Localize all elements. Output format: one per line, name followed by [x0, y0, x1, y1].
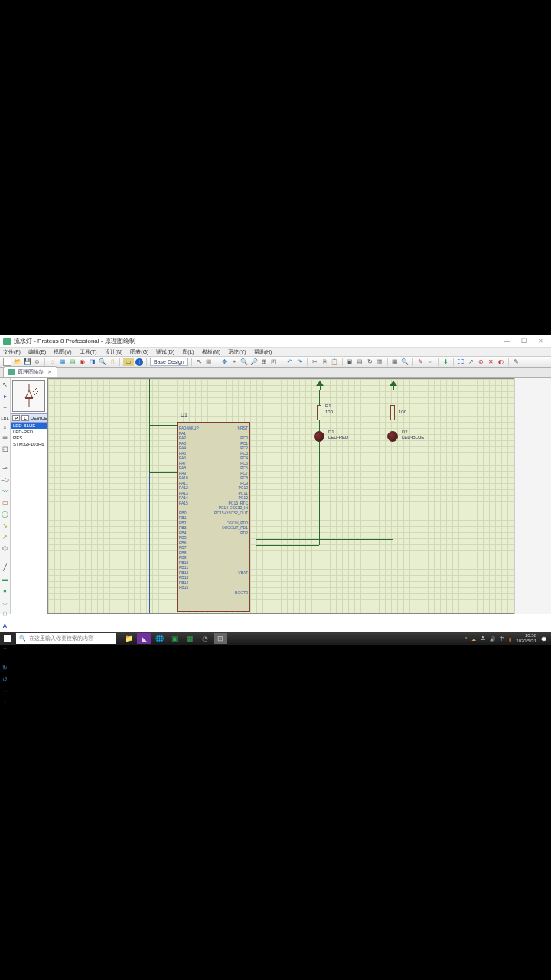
- tray-ime-icon[interactable]: 中: [500, 635, 504, 642]
- instrument-tool[interactable]: ⌬: [2, 545, 9, 552]
- terminal-tool[interactable]: ⊸: [2, 465, 9, 472]
- taskbar-app-explorer[interactable]: 📁: [122, 633, 135, 644]
- taskbar-app-proteus[interactable]: ⊞: [214, 633, 227, 644]
- path-2d-tool[interactable]: ⬯: [2, 610, 9, 618]
- schematic-tab[interactable]: 原理图绘制 ✕: [3, 366, 57, 377]
- line-2d-tool[interactable]: ╱: [2, 564, 9, 571]
- component-u1[interactable]: U1 PA0-WKUPPA1PA2PA3PA4PA5PA6PA7PA8PA9PA…: [177, 422, 250, 612]
- property-button[interactable]: ▫: [426, 358, 435, 366]
- move-up-button[interactable]: ↗: [467, 358, 475, 366]
- probe-v-tool[interactable]: ↘: [2, 522, 9, 529]
- tray-network-icon[interactable]: 🖧: [481, 636, 485, 641]
- tray-onedrive-icon[interactable]: ☁: [471, 636, 476, 642]
- design-dropdown[interactable]: Base Design: [150, 358, 188, 366]
- mirror-h-tool[interactable]: ↔: [2, 688, 9, 694]
- stop-button[interactable]: ◉: [78, 358, 86, 366]
- copy-button[interactable]: ⎘: [321, 358, 329, 366]
- library-devices-button[interactable]: L: [21, 415, 29, 421]
- bom-button[interactable]: ▯: [108, 358, 116, 366]
- pick-button[interactable]: ▦: [391, 358, 399, 366]
- menu-file[interactable]: 文件(F): [3, 348, 21, 356]
- block-copy-button[interactable]: ▣: [346, 358, 354, 366]
- grid-button[interactable]: ▦: [205, 358, 214, 366]
- cursor-button[interactable]: ↖: [195, 358, 204, 366]
- tray-notifications-icon[interactable]: 💬: [541, 636, 546, 642]
- power-vcc-1[interactable]: [316, 381, 324, 390]
- power-vcc-2[interactable]: [390, 381, 397, 390]
- info-button[interactable]: i: [135, 358, 143, 366]
- menu-graph[interactable]: 图表(G): [130, 348, 148, 356]
- close-project-button[interactable]: ⊗: [33, 358, 41, 366]
- box-2d-tool[interactable]: ▬: [2, 576, 9, 583]
- junction-tool[interactable]: +: [2, 404, 9, 411]
- menu-library[interactable]: 库(L): [182, 348, 194, 356]
- block-move-button[interactable]: ▤: [356, 358, 364, 366]
- rotate-cw-tool[interactable]: ↻: [2, 665, 9, 671]
- component-tool[interactable]: ▸: [2, 393, 9, 400]
- erc-button[interactable]: ◐: [497, 358, 505, 366]
- block-rotate-button[interactable]: ↻: [366, 358, 374, 366]
- device-item-led-blue[interactable]: LED-BLUE: [11, 423, 47, 429]
- close-button[interactable]: ✕: [533, 337, 548, 346]
- circle-2d-tool[interactable]: ●: [2, 587, 9, 594]
- pan-button[interactable]: ✥: [220, 358, 229, 366]
- component-d2-led-blue[interactable]: [387, 431, 398, 442]
- component-d1-led-red[interactable]: [314, 431, 324, 442]
- cut-button[interactable]: ✂: [311, 358, 319, 366]
- memo-button[interactable]: ▭: [123, 358, 134, 366]
- redo-button[interactable]: ↷: [295, 358, 304, 366]
- bus-tool[interactable]: ╪: [2, 434, 9, 441]
- probe-i-tool[interactable]: ↗: [2, 534, 9, 541]
- subcircuit-tool[interactable]: ◰: [2, 446, 9, 452]
- import-button[interactable]: ⬇: [442, 358, 450, 366]
- zoom-out-button[interactable]: 🔍: [240, 358, 249, 366]
- taskbar-app-1[interactable]: ◣: [137, 633, 151, 644]
- save-button[interactable]: 💾: [23, 358, 31, 366]
- search-button[interactable]: 🔍: [98, 358, 106, 366]
- tray-clock[interactable]: 10:58 2020/5/31: [516, 633, 536, 644]
- nav-button[interactable]: ⛶: [457, 358, 465, 366]
- wire-tool-button[interactable]: ✎: [416, 358, 425, 366]
- taskbar-app-3[interactable]: ▦: [183, 633, 197, 644]
- device-item-res[interactable]: RES: [11, 435, 47, 441]
- zoom-region-button[interactable]: ◰: [270, 358, 279, 366]
- menu-help[interactable]: 帮助(H): [254, 348, 272, 356]
- graph-tool[interactable]: 〰: [2, 488, 9, 495]
- generator-tool[interactable]: ◯: [2, 511, 9, 518]
- pick-devices-button[interactable]: P: [12, 415, 20, 421]
- rotate-ccw-tool[interactable]: ↺: [2, 676, 9, 683]
- pcb-button[interactable]: ▤: [68, 358, 77, 366]
- block-delete-button[interactable]: ▥: [376, 358, 384, 366]
- zoom-all-button[interactable]: ⊞: [260, 358, 269, 366]
- schematic-canvas[interactable]: U1 PA0-WKUPPA1PA2PA3PA4PA5PA6PA7PA8PA9PA…: [47, 378, 514, 614]
- tape-tool[interactable]: ▭: [2, 499, 9, 506]
- component-r1[interactable]: [317, 405, 321, 420]
- start-button[interactable]: [0, 632, 15, 645]
- tray-battery-icon[interactable]: ▮: [509, 636, 511, 642]
- marker-tool[interactable]: +: [2, 645, 9, 652]
- library-button[interactable]: 🔍: [401, 358, 409, 366]
- menu-debug[interactable]: 调试(D): [156, 348, 174, 356]
- menu-view[interactable]: 视图(V): [54, 348, 71, 356]
- undo-button[interactable]: ↶: [285, 358, 294, 366]
- menu-system[interactable]: 系统(Y): [228, 348, 246, 356]
- taskbar-search[interactable]: 🔍 在这里输入你要搜索的内容: [16, 633, 116, 644]
- menu-tools[interactable]: 工具(T): [80, 348, 97, 356]
- exclude-button[interactable]: ⊘: [477, 358, 485, 366]
- schematic-button[interactable]: ▦: [58, 358, 67, 366]
- home-button[interactable]: ⌂: [48, 358, 57, 366]
- minimize-button[interactable]: —: [499, 337, 514, 346]
- wire-label-tool[interactable]: LBL: [2, 416, 9, 420]
- zoom-in-button[interactable]: +: [230, 358, 239, 366]
- menu-template[interactable]: 模板(M): [202, 348, 221, 356]
- zoom-fit-button[interactable]: 🔎: [250, 358, 259, 366]
- tray-chevron-icon[interactable]: ^: [465, 636, 467, 641]
- source-button[interactable]: ◨: [88, 358, 96, 366]
- taskbar-app-4[interactable]: ◔: [198, 633, 212, 644]
- new-button[interactable]: ▫: [3, 358, 11, 366]
- device-item-stm32[interactable]: STM32F103R6: [11, 441, 47, 447]
- selection-tool[interactable]: ↖: [2, 381, 9, 388]
- device-pin-tool[interactable]: =▷: [2, 476, 9, 483]
- open-button[interactable]: 📂: [13, 358, 21, 366]
- taskbar-app-2[interactable]: ▣: [168, 633, 181, 644]
